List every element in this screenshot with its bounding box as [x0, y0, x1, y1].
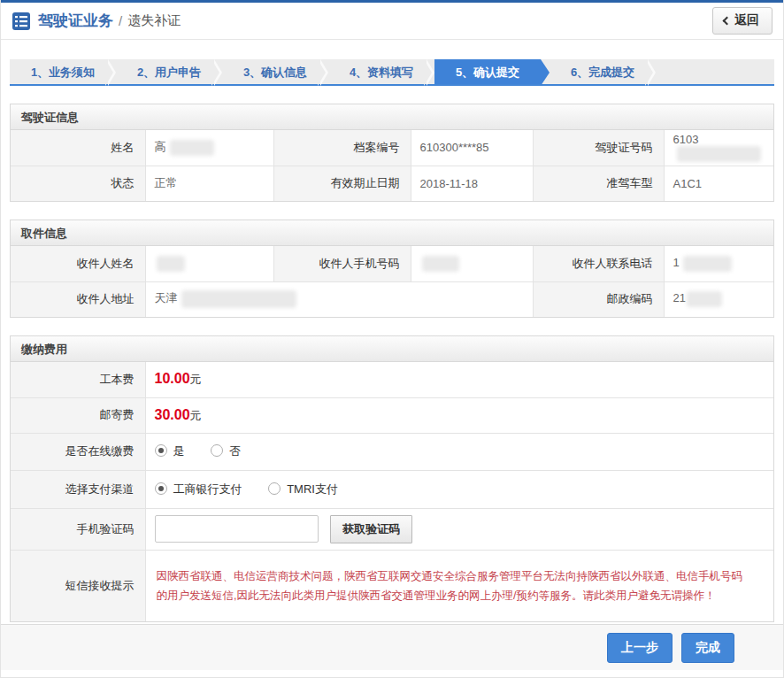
- table-row: 邮寄费 30.00元: [11, 397, 773, 433]
- footer-action-bar: 上一步 完成: [1, 624, 783, 670]
- license-info-section: 驾驶证信息 姓名 高 档案编号 610300****85 驾驶证号码 6103 …: [10, 104, 774, 202]
- step-3-confirm-info[interactable]: 3、确认信息: [222, 59, 328, 84]
- work-fee-value: 10.00元: [145, 362, 773, 397]
- work-fee-label: 工本费: [11, 362, 145, 397]
- work-fee-amount: 10.00: [155, 371, 190, 386]
- table-row: 手机验证码 获取验证码: [11, 508, 773, 550]
- step-bar-filler: [656, 59, 774, 84]
- table-row: 选择支付渠道 工商银行支付 TMRI支付: [11, 470, 773, 508]
- online-pay-yes-option[interactable]: 是: [155, 444, 185, 458]
- file-number-label: 档案编号: [273, 130, 411, 166]
- pickup-section-title: 取件信息: [11, 220, 773, 246]
- channel-tmri-option[interactable]: TMRI支付: [268, 482, 338, 496]
- work-fee-unit: 元: [190, 373, 202, 386]
- back-button-label: 返回: [734, 12, 759, 28]
- radio-selected-icon[interactable]: [155, 482, 167, 495]
- license-section-title: 驾驶证信息: [11, 104, 773, 130]
- status-label: 状态: [11, 166, 145, 201]
- redacted-blob: [157, 256, 185, 272]
- recipient-address-label: 收件人地址: [11, 281, 145, 317]
- postage-fee-unit: 元: [190, 409, 202, 422]
- redacted-blob: [683, 256, 732, 272]
- pay-channel-label: 选择支付渠道: [11, 470, 145, 508]
- pickup-info-section: 取件信息 收件人姓名 收件人手机号码 收件人联系电话 1 收件人地址 天津 邮政…: [10, 220, 774, 318]
- postcode-label: 邮政编码: [533, 281, 664, 317]
- table-row: 收件人地址 天津 邮政编码 21: [11, 281, 773, 317]
- payment-section: 缴纳费用 工本费 10.00元 邮寄费 30.00元 是否在线缴费 是 否: [10, 335, 774, 622]
- recipient-mobile-label: 收件人手机号码: [273, 246, 411, 281]
- step-1-business-notice[interactable]: 1、业务须知: [10, 59, 116, 84]
- recipient-name-label: 收件人姓名: [11, 246, 145, 281]
- sms-tip-cell: 因陕西省联通、电信运营商技术问题，陕西省互联网交通安全综合服务管理平台无法向持陕…: [145, 550, 773, 621]
- table-row: 工本费 10.00元: [11, 362, 773, 397]
- radio-unselected-icon[interactable]: [211, 444, 223, 457]
- postage-fee-label: 邮寄费: [11, 397, 145, 433]
- sms-code-label: 手机验证码: [11, 508, 145, 550]
- step-6-complete-submit[interactable]: 6、完成提交: [550, 59, 656, 84]
- postcode-value: 21: [664, 281, 773, 317]
- payment-section-title: 缴纳费用: [11, 336, 773, 362]
- table-row: 姓名 高 档案编号 610300****85 驾驶证号码 6103: [11, 130, 773, 166]
- back-chevron-icon: [723, 16, 732, 25]
- expiry-date-label: 有效期止日期: [273, 166, 411, 201]
- online-pay-no-option[interactable]: 否: [211, 444, 241, 458]
- back-button[interactable]: 返回: [712, 7, 772, 35]
- status-value: 正常: [145, 166, 273, 201]
- recipient-phone-value: 1: [664, 246, 773, 281]
- online-pay-options: 是 否: [145, 433, 773, 470]
- step-wizard: 1、业务须知 2、用户申告 3、确认信息 4、资料填写 5、确认提交 6、完成提…: [10, 59, 774, 86]
- sms-code-field-cell: 获取验证码: [145, 508, 773, 550]
- pay-channel-options: 工商银行支付 TMRI支付: [145, 470, 773, 508]
- sms-tip-label: 短信接收提示: [11, 550, 145, 621]
- table-row: 状态 正常 有效期止日期 2018-11-18 准驾车型 A1C1: [11, 166, 773, 201]
- channel-icbc-option[interactable]: 工商银行支付: [155, 482, 242, 496]
- sms-code-input[interactable]: [155, 515, 319, 543]
- sms-tip-text: 因陕西省联通、电信运营商技术问题，陕西省互联网交通安全综合服务管理平台无法向持陕…: [157, 558, 762, 614]
- redacted-blob: [181, 290, 296, 308]
- name-label: 姓名: [11, 130, 145, 166]
- step-2-user-declaration[interactable]: 2、用户申告: [116, 59, 222, 84]
- online-pay-label: 是否在线缴费: [11, 433, 145, 470]
- table-row: 收件人姓名 收件人手机号码 收件人联系电话 1: [11, 246, 773, 281]
- license-number-value: 6103: [664, 130, 773, 166]
- postage-fee-amount: 30.00: [155, 407, 190, 422]
- step-4-fill-data[interactable]: 4、资料填写: [328, 59, 434, 84]
- table-row: 是否在线缴费 是 否: [11, 433, 773, 470]
- redacted-blob: [170, 140, 214, 156]
- license-number-label: 驾驶证号码: [533, 130, 664, 166]
- page-title: 驾驶证业务: [38, 11, 113, 31]
- postage-fee-value: 30.00元: [145, 397, 773, 433]
- license-form-icon: [12, 12, 31, 31]
- expiry-date-value: 2018-11-18: [411, 166, 533, 201]
- recipient-name-value: [145, 246, 273, 281]
- recipient-phone-label: 收件人联系电话: [533, 246, 664, 281]
- radio-selected-icon[interactable]: [155, 444, 167, 457]
- file-number-value: 610300****85: [411, 130, 533, 166]
- breadcrumb-current: 遗失补证: [127, 12, 181, 29]
- step-5-confirm-submit-active[interactable]: 5、确认提交: [434, 59, 541, 84]
- vehicle-class-label: 准驾车型: [533, 166, 664, 201]
- breadcrumb-divider: /: [119, 13, 122, 28]
- redacted-blob: [422, 256, 459, 272]
- redacted-blob: [687, 291, 722, 307]
- finish-button[interactable]: 完成: [681, 633, 734, 663]
- radio-unselected-icon[interactable]: [268, 482, 281, 495]
- recipient-mobile-value: [411, 246, 533, 281]
- previous-step-button[interactable]: 上一步: [607, 633, 673, 663]
- get-code-button[interactable]: 获取验证码: [330, 515, 412, 543]
- page: 驾驶证业务 / 遗失补证 返回 1、业务须知 2、用户申告 3、确认信息 4、资…: [0, 0, 784, 678]
- vehicle-class-value: A1C1: [664, 166, 773, 201]
- table-row: 短信接收提示 因陕西省联通、电信运营商技术问题，陕西省互联网交通安全综合服务管理…: [11, 550, 773, 621]
- recipient-address-value: 天津: [145, 281, 533, 317]
- page-header: 驾驶证业务 / 遗失补证 返回: [1, 3, 783, 40]
- name-value: 高: [145, 130, 273, 166]
- redacted-blob: [677, 146, 761, 162]
